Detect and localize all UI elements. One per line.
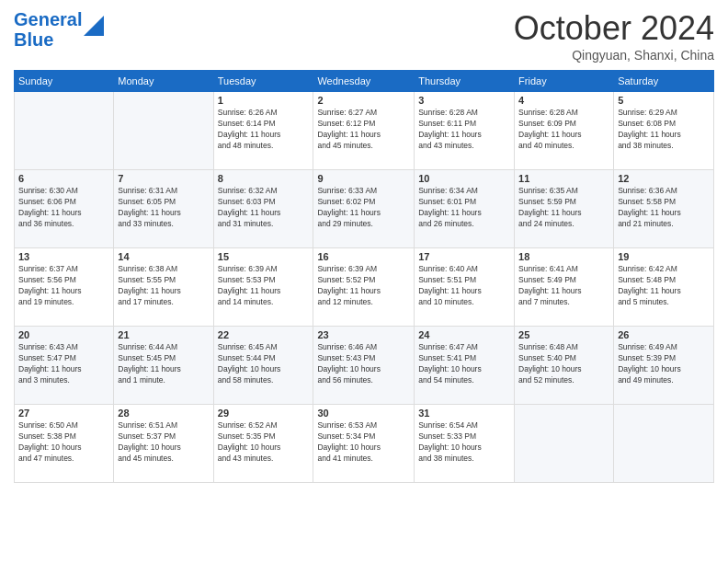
day-info: Sunrise: 6:30 AM Sunset: 6:06 PM Dayligh… (18, 186, 109, 230)
day-info: Sunrise: 6:54 AM Sunset: 5:33 PM Dayligh… (418, 420, 510, 465)
table-row: 7Sunrise: 6:31 AM Sunset: 6:05 PM Daylig… (114, 170, 213, 248)
day-number: 25 (518, 329, 609, 340)
table-row: 8Sunrise: 6:32 AM Sunset: 6:03 PM Daylig… (213, 170, 313, 248)
day-info: Sunrise: 6:51 AM Sunset: 5:37 PM Dayligh… (118, 420, 209, 465)
day-info: Sunrise: 6:38 AM Sunset: 5:55 PM Dayligh… (118, 264, 209, 308)
day-info: Sunrise: 6:33 AM Sunset: 6:02 PM Dayligh… (317, 186, 410, 230)
table-row: 20Sunrise: 6:43 AM Sunset: 5:47 PM Dayli… (15, 327, 114, 405)
calendar-week-row: 6Sunrise: 6:30 AM Sunset: 6:06 PM Daylig… (15, 170, 714, 248)
day-info: Sunrise: 6:37 AM Sunset: 5:56 PM Dayligh… (18, 264, 109, 308)
table-row (614, 405, 714, 483)
day-number: 9 (317, 173, 410, 184)
day-info: Sunrise: 6:48 AM Sunset: 5:40 PM Dayligh… (518, 342, 609, 386)
day-number: 10 (418, 173, 510, 184)
day-number: 21 (118, 329, 209, 340)
day-info: Sunrise: 6:42 AM Sunset: 5:48 PM Dayligh… (618, 264, 710, 308)
col-sunday: Sunday (15, 71, 114, 92)
col-saturday: Saturday (614, 71, 714, 92)
col-monday: Monday (114, 71, 213, 92)
col-friday: Friday (515, 71, 614, 92)
table-row: 10Sunrise: 6:34 AM Sunset: 6:01 PM Dayli… (415, 170, 515, 248)
day-number: 15 (218, 251, 310, 262)
table-row: 6Sunrise: 6:30 AM Sunset: 6:06 PM Daylig… (15, 170, 114, 248)
col-wednesday: Wednesday (313, 71, 415, 92)
day-number: 4 (518, 95, 609, 106)
table-row: 30Sunrise: 6:53 AM Sunset: 5:34 PM Dayli… (313, 405, 415, 483)
table-row: 4Sunrise: 6:28 AM Sunset: 6:09 PM Daylig… (515, 92, 614, 170)
day-number: 22 (218, 329, 310, 340)
day-info: Sunrise: 6:40 AM Sunset: 5:51 PM Dayligh… (418, 264, 510, 308)
logo: General Blue (14, 9, 104, 50)
table-row: 27Sunrise: 6:50 AM Sunset: 5:38 PM Dayli… (15, 405, 114, 483)
day-number: 2 (317, 95, 410, 106)
table-row: 22Sunrise: 6:45 AM Sunset: 5:44 PM Dayli… (213, 327, 313, 405)
table-row: 28Sunrise: 6:51 AM Sunset: 5:37 PM Dayli… (114, 405, 213, 483)
day-info: Sunrise: 6:26 AM Sunset: 6:14 PM Dayligh… (218, 108, 310, 152)
table-row: 29Sunrise: 6:52 AM Sunset: 5:35 PM Dayli… (213, 405, 313, 483)
day-number: 23 (317, 329, 410, 340)
day-info: Sunrise: 6:39 AM Sunset: 5:53 PM Dayligh… (218, 264, 310, 308)
day-number: 20 (18, 329, 109, 340)
table-row (515, 405, 614, 483)
day-info: Sunrise: 6:52 AM Sunset: 5:35 PM Dayligh… (218, 420, 310, 465)
table-row: 3Sunrise: 6:28 AM Sunset: 6:11 PM Daylig… (415, 92, 515, 170)
table-row: 19Sunrise: 6:42 AM Sunset: 5:48 PM Dayli… (614, 248, 714, 327)
day-number: 14 (118, 251, 209, 262)
table-row: 5Sunrise: 6:29 AM Sunset: 6:08 PM Daylig… (614, 92, 714, 170)
table-row: 12Sunrise: 6:36 AM Sunset: 5:58 PM Dayli… (614, 170, 714, 248)
col-tuesday: Tuesday (213, 71, 313, 92)
day-info: Sunrise: 6:46 AM Sunset: 5:43 PM Dayligh… (317, 342, 410, 386)
day-number: 1 (218, 95, 310, 106)
header: General Blue October 2024 Qingyuan, Shan… (14, 9, 714, 63)
day-number: 17 (418, 251, 510, 262)
day-number: 8 (218, 173, 310, 184)
day-info: Sunrise: 6:28 AM Sunset: 6:11 PM Dayligh… (418, 108, 510, 152)
day-number: 18 (518, 251, 609, 262)
day-info: Sunrise: 6:49 AM Sunset: 5:39 PM Dayligh… (618, 342, 710, 386)
table-row: 26Sunrise: 6:49 AM Sunset: 5:39 PM Dayli… (614, 327, 714, 405)
day-info: Sunrise: 6:29 AM Sunset: 6:08 PM Dayligh… (618, 108, 710, 152)
calendar-table: Sunday Monday Tuesday Wednesday Thursday… (14, 70, 714, 483)
table-row: 18Sunrise: 6:41 AM Sunset: 5:49 PM Dayli… (515, 248, 614, 327)
day-info: Sunrise: 6:53 AM Sunset: 5:34 PM Dayligh… (317, 420, 410, 465)
table-row: 9Sunrise: 6:33 AM Sunset: 6:02 PM Daylig… (313, 170, 415, 248)
day-number: 30 (317, 408, 410, 419)
table-row: 23Sunrise: 6:46 AM Sunset: 5:43 PM Dayli… (313, 327, 415, 405)
day-number: 7 (118, 173, 209, 184)
table-row: 15Sunrise: 6:39 AM Sunset: 5:53 PM Dayli… (213, 248, 313, 327)
day-number: 3 (418, 95, 510, 106)
table-row: 21Sunrise: 6:44 AM Sunset: 5:45 PM Dayli… (114, 327, 213, 405)
day-info: Sunrise: 6:31 AM Sunset: 6:05 PM Dayligh… (118, 186, 209, 230)
day-number: 26 (618, 329, 710, 340)
day-number: 31 (418, 408, 510, 419)
day-number: 29 (218, 408, 310, 419)
col-thursday: Thursday (415, 71, 515, 92)
day-info: Sunrise: 6:35 AM Sunset: 5:59 PM Dayligh… (518, 186, 609, 230)
day-number: 12 (618, 173, 710, 184)
day-info: Sunrise: 6:43 AM Sunset: 5:47 PM Dayligh… (18, 342, 109, 386)
subtitle: Qingyuan, Shanxi, China (514, 48, 714, 63)
table-row: 14Sunrise: 6:38 AM Sunset: 5:55 PM Dayli… (114, 248, 213, 327)
table-row: 25Sunrise: 6:48 AM Sunset: 5:40 PM Dayli… (515, 327, 614, 405)
table-row: 16Sunrise: 6:39 AM Sunset: 5:52 PM Dayli… (313, 248, 415, 327)
day-number: 11 (518, 173, 609, 184)
day-info: Sunrise: 6:27 AM Sunset: 6:12 PM Dayligh… (317, 108, 410, 152)
day-info: Sunrise: 6:44 AM Sunset: 5:45 PM Dayligh… (118, 342, 209, 386)
day-number: 6 (18, 173, 109, 184)
day-number: 28 (118, 408, 209, 419)
calendar-week-row: 13Sunrise: 6:37 AM Sunset: 5:56 PM Dayli… (15, 248, 714, 327)
day-number: 27 (18, 408, 109, 419)
calendar-week-row: 27Sunrise: 6:50 AM Sunset: 5:38 PM Dayli… (15, 405, 714, 483)
table-row: 31Sunrise: 6:54 AM Sunset: 5:33 PM Dayli… (415, 405, 515, 483)
calendar-week-row: 20Sunrise: 6:43 AM Sunset: 5:47 PM Dayli… (15, 327, 714, 405)
day-info: Sunrise: 6:47 AM Sunset: 5:41 PM Dayligh… (418, 342, 510, 386)
logo-text: General Blue (14, 9, 82, 50)
day-number: 24 (418, 329, 510, 340)
day-info: Sunrise: 6:28 AM Sunset: 6:09 PM Dayligh… (518, 108, 609, 152)
calendar-header-row: Sunday Monday Tuesday Wednesday Thursday… (15, 71, 714, 92)
day-number: 5 (618, 95, 710, 106)
day-number: 19 (618, 251, 710, 262)
calendar-week-row: 1Sunrise: 6:26 AM Sunset: 6:14 PM Daylig… (15, 92, 714, 170)
day-info: Sunrise: 6:32 AM Sunset: 6:03 PM Dayligh… (218, 186, 310, 230)
table-row: 1Sunrise: 6:26 AM Sunset: 6:14 PM Daylig… (213, 92, 313, 170)
